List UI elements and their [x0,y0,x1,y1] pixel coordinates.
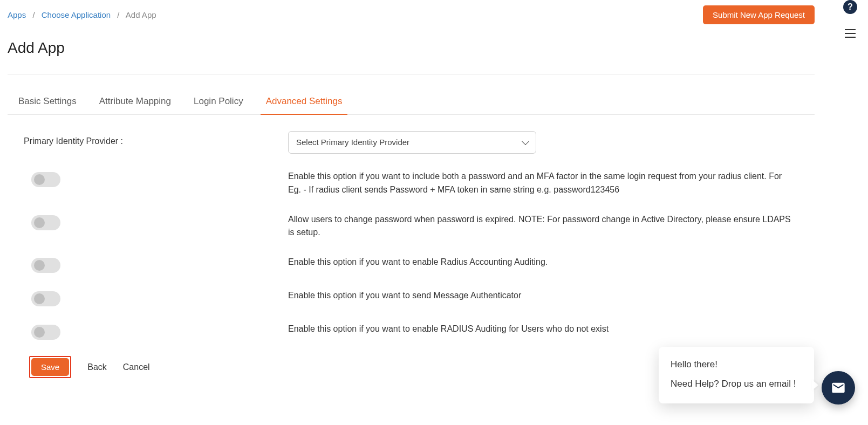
help-icon[interactable]: ? [843,0,857,14]
back-button[interactable]: Back [87,362,107,372]
hamburger-menu-icon[interactable] [845,29,856,38]
save-button-highlight: Save [29,356,71,378]
desc-change-password-expired: Allow users to change password when pass… [288,213,815,240]
desc-password-mfa-combined: Enable this option if you want to includ… [288,170,815,197]
divider [8,74,815,74]
toggle-password-mfa-combined[interactable] [31,172,60,187]
breadcrumb-apps[interactable]: Apps [8,10,26,19]
toggle-message-authenticator[interactable] [31,291,60,306]
breadcrumb-choose-application[interactable]: Choose Application [42,10,111,19]
toggle-radius-accounting-auditing[interactable] [31,258,60,273]
submit-new-app-request-button[interactable]: Submit New App Request [703,5,815,24]
primary-idp-select-value: Select Primary Identity Provider [296,136,409,148]
chat-fab-button[interactable] [822,371,855,405]
desc-radius-auditing-unknown-users: Enable this option if you want to enable… [288,323,815,336]
chat-popup-body: Need Help? Drop us an email ! [671,377,802,391]
desc-message-authenticator: Enable this option if you want to send M… [288,289,815,303]
page-title: Add App [8,39,815,57]
tab-advanced-settings[interactable]: Advanced Settings [266,96,343,114]
chat-help-popup: Hello there! Need Help? Drop us an email… [659,347,814,403]
chat-popup-title: Hello there! [671,358,802,372]
tab-basic-settings[interactable]: Basic Settings [18,96,77,114]
chevron-down-icon [522,138,529,145]
breadcrumb-current: Add App [126,10,156,19]
cancel-button[interactable]: Cancel [123,362,150,372]
tabs: Basic Settings Attribute Mapping Login P… [8,96,815,115]
primary-idp-label: Primary Identity Provider : [24,131,288,146]
main-content: Apps / Choose Application / Add App Subm… [0,0,815,378]
desc-radius-accounting-auditing: Enable this option if you want to enable… [288,256,815,269]
toggle-radius-auditing-unknown-users[interactable] [31,325,60,340]
tab-login-policy[interactable]: Login Policy [194,96,243,114]
toggle-change-password-expired[interactable] [31,215,60,230]
primary-idp-select[interactable]: Select Primary Identity Provider [288,131,536,154]
mail-icon [831,380,846,395]
save-button[interactable]: Save [31,358,69,376]
tab-attribute-mapping[interactable]: Attribute Mapping [99,96,171,114]
breadcrumb: Apps / Choose Application / Add App [8,10,156,19]
